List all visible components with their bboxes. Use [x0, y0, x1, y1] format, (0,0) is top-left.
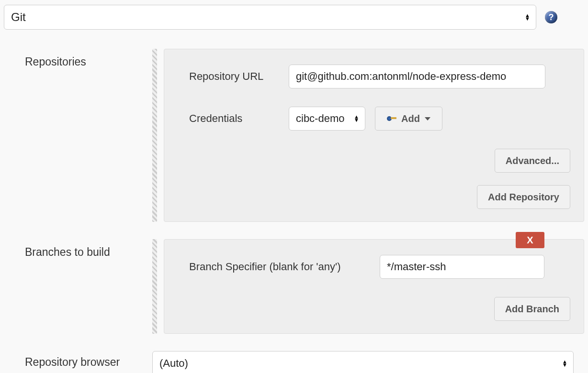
drag-handle[interactable]: [152, 49, 157, 222]
add-branch-button[interactable]: Add Branch: [494, 297, 570, 321]
credentials-label: Credentials: [189, 112, 279, 125]
select-arrows-icon: ▲▼: [562, 360, 567, 367]
select-arrows-icon: ▲▼: [354, 115, 359, 122]
add-repository-button-label: Add Repository: [488, 192, 559, 203]
advanced-button[interactable]: Advanced...: [495, 149, 570, 173]
repository-url-input[interactable]: [289, 65, 545, 88]
branch-specifier-input[interactable]: [380, 255, 544, 279]
branch-specifier-label: Branch Specifier (blank for 'any'): [189, 261, 370, 273]
select-arrows-icon: ▲▼: [525, 14, 530, 21]
scm-select-value: Git: [11, 11, 26, 24]
add-repository-button[interactable]: Add Repository: [477, 185, 570, 209]
repository-url-label: Repository URL: [189, 70, 279, 83]
help-icon[interactable]: ?: [545, 11, 557, 23]
repository-browser-value: (Auto): [159, 357, 188, 370]
repository-browser-select[interactable]: (Auto) ▲▼: [152, 351, 574, 373]
repository-browser-label: Repository browser: [4, 351, 152, 369]
delete-branch-button[interactable]: X: [516, 232, 544, 248]
add-credentials-button[interactable]: Add: [375, 107, 442, 131]
repositories-label: Repositories: [4, 49, 152, 68]
credentials-select-value: cibc-demo: [296, 112, 344, 125]
add-branch-button-label: Add Branch: [505, 304, 559, 315]
advanced-button-label: Advanced...: [506, 155, 559, 166]
drag-handle[interactable]: [152, 239, 157, 334]
delete-label: X: [527, 235, 533, 246]
branches-label: Branches to build: [4, 239, 152, 259]
credentials-select[interactable]: cibc-demo ▲▼: [289, 107, 365, 131]
repository-card: ? Repository URL Credentials cibc-demo ▲…: [164, 49, 584, 222]
chevron-down-icon: [425, 117, 430, 121]
scm-select[interactable]: Git ▲▼: [4, 5, 536, 30]
add-button-label: Add: [401, 113, 420, 124]
key-icon: [387, 115, 396, 122]
branch-card: X ? Branch Specifier (blank for 'any') A…: [164, 239, 584, 334]
